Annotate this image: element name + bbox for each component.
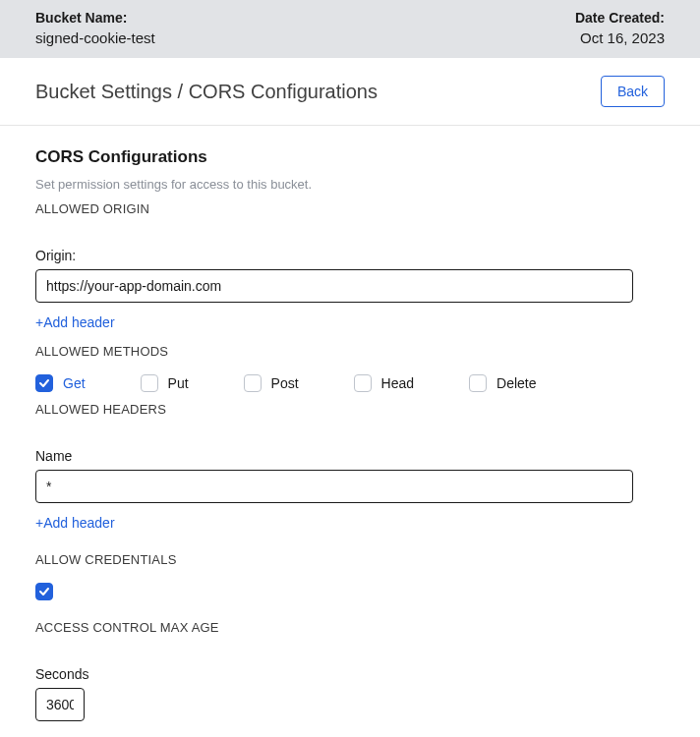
date-created-value: Oct 16, 2023 — [580, 29, 665, 46]
method-put-checkbox[interactable]: Put — [141, 374, 189, 392]
checkbox-icon — [35, 374, 53, 392]
max-age-group-label: ACCESS CONTROL MAX AGE — [35, 620, 665, 635]
allowed-methods-group-label: ALLOWED METHODS — [35, 344, 665, 359]
method-get-checkbox[interactable]: Get — [35, 374, 86, 392]
date-created-label: Date Created: — [575, 10, 665, 26]
header-name-input[interactable] — [35, 470, 633, 503]
back-button[interactable]: Back — [601, 76, 665, 107]
cors-section-description: Set permission settings for access to th… — [35, 177, 665, 192]
method-post-checkbox[interactable]: Post — [244, 374, 299, 392]
cors-form: CORS Configurations Set permission setti… — [0, 126, 700, 737]
checkbox-icon — [35, 583, 53, 600]
checkbox-icon — [469, 374, 487, 392]
header-name-field-label: Name — [35, 448, 665, 464]
method-get-label: Get — [63, 375, 86, 391]
method-head-label: Head — [381, 375, 414, 391]
seconds-input[interactable] — [35, 688, 85, 721]
allow-credentials-checkbox[interactable] — [35, 583, 665, 600]
checkbox-icon — [141, 374, 158, 392]
method-head-checkbox[interactable]: Head — [354, 374, 414, 392]
method-put-label: Put — [168, 375, 189, 391]
checkbox-icon — [244, 374, 262, 392]
origin-field-label: Origin: — [35, 248, 665, 263]
add-origin-header-link[interactable]: +Add header — [35, 314, 115, 330]
method-post-label: Post — [271, 375, 299, 391]
bucket-name-label: Bucket Name: — [35, 10, 155, 26]
allow-credentials-group-label: ALLOW CREDENTIALS — [35, 552, 665, 567]
seconds-field-label: Seconds — [35, 666, 665, 682]
bucket-info-bar: Bucket Name: signed-cookie-test Date Cre… — [0, 0, 700, 58]
breadcrumb: Bucket Settings / CORS Configurations — [35, 81, 378, 103]
add-allowed-header-link[interactable]: +Add header — [35, 515, 115, 531]
cors-section-title: CORS Configurations — [35, 147, 665, 167]
page-header: Bucket Settings / CORS Configurations Ba… — [0, 58, 700, 126]
methods-row: Get Put Post Head Delete — [35, 374, 665, 392]
method-delete-label: Delete — [496, 375, 536, 391]
method-delete-checkbox[interactable]: Delete — [469, 374, 536, 392]
allowed-origin-group-label: ALLOWED ORIGIN — [35, 201, 665, 216]
bucket-name-value: signed-cookie-test — [35, 29, 155, 46]
checkbox-icon — [354, 374, 372, 392]
allowed-headers-group-label: ALLOWED HEADERS — [35, 402, 665, 417]
origin-input[interactable] — [35, 269, 633, 303]
